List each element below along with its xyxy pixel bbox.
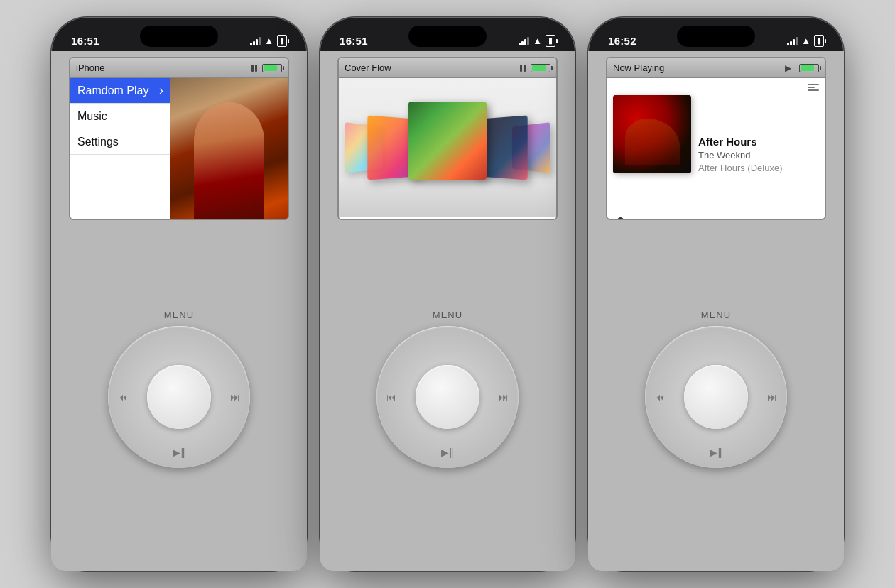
signal-icon-1 bbox=[250, 37, 261, 45]
menu-label-2: MENU bbox=[433, 310, 462, 320]
menu-list-1: Ramdom Play Music Settings bbox=[70, 78, 170, 220]
menu-label-1: MENU bbox=[164, 310, 194, 320]
np-artist: The Weeknd bbox=[698, 150, 782, 160]
menu-screen-1: Ramdom Play Music Settings bbox=[70, 78, 288, 220]
screen-header-3: Now Playing ▶ bbox=[607, 58, 825, 78]
taylor-art bbox=[170, 78, 288, 220]
wheel-play-3[interactable]: ▶‖ bbox=[710, 447, 722, 458]
np-progress: 0:03 -5:57 bbox=[613, 214, 819, 220]
header-battery-3: ▶ bbox=[785, 63, 819, 73]
wifi-icon-2: ▲ bbox=[533, 36, 542, 46]
wifi-icon-1: ▲ bbox=[264, 36, 273, 46]
screen-title-1: iPhone bbox=[76, 62, 104, 73]
progress-fill bbox=[613, 219, 617, 220]
click-wheel-3[interactable]: ⏮ ⏭ ▶‖ bbox=[645, 326, 787, 468]
nowplaying-screen: After Hours The Weeknd After Hours (Delu… bbox=[607, 78, 825, 220]
signal-icon-3 bbox=[787, 37, 798, 45]
click-wheel-2[interactable]: ⏮ ⏭ ▶‖ bbox=[376, 326, 519, 468]
status-time-3: 16:52 bbox=[608, 35, 636, 47]
click-wheel-1[interactable]: ⏮ ⏭ ▶‖ bbox=[108, 326, 250, 468]
ipod-body-1: iPhone bbox=[51, 51, 307, 571]
chevron-icon bbox=[159, 83, 163, 98]
screen-header-1: iPhone bbox=[70, 58, 288, 78]
iphone-2: 16:51 ▲ ▮ Cover Flow bbox=[320, 17, 575, 571]
status-icons-1: ▲ ▮ bbox=[250, 35, 287, 47]
phones-container: 16:51 ▲ ▮ iPhone bbox=[37, 3, 858, 585]
status-bar-2: 16:51 ▲ ▮ bbox=[320, 17, 575, 51]
screen-title-3: Now Playing bbox=[613, 62, 664, 73]
click-wheel-area-1: MENU ⏮ ⏭ ▶‖ bbox=[108, 220, 250, 557]
np-header bbox=[613, 84, 819, 91]
battery-icon-1: ▮ bbox=[277, 35, 287, 47]
np-track-title: After Hours bbox=[698, 136, 782, 148]
ipod-body-3: Now Playing ▶ bbox=[588, 51, 844, 571]
cf-reflection bbox=[339, 181, 556, 217]
menu-item-random-play[interactable]: Ramdom Play bbox=[70, 78, 170, 104]
screen-header-2: Cover Flow bbox=[339, 58, 556, 78]
center-button-3[interactable] bbox=[684, 365, 748, 429]
header-battery-2 bbox=[520, 64, 550, 72]
coverflow-stage bbox=[339, 78, 556, 217]
status-icons-3: ▲ ▮ bbox=[787, 35, 824, 47]
ipod-screen-3: Now Playing ▶ bbox=[606, 57, 826, 220]
status-time-2: 16:51 bbox=[340, 35, 368, 47]
ipod-screen-1: iPhone bbox=[69, 57, 289, 220]
wheel-play-2[interactable]: ▶‖ bbox=[441, 447, 454, 458]
album-art-1 bbox=[170, 78, 288, 220]
wheel-next-1[interactable]: ⏭ bbox=[230, 391, 240, 403]
menu-item-settings[interactable]: Settings bbox=[70, 129, 170, 155]
center-button-1[interactable] bbox=[147, 365, 211, 429]
wheel-next-2[interactable]: ⏭ bbox=[499, 391, 509, 403]
dynamic-island-3 bbox=[677, 26, 755, 47]
wheel-prev-3[interactable]: ⏮ bbox=[655, 391, 665, 403]
wheel-prev-2[interactable]: ⏮ bbox=[386, 391, 396, 403]
coverflow-album-label: All We Know Is Falling (Deluxe Version) bbox=[355, 217, 540, 220]
header-battery-bar bbox=[262, 64, 282, 72]
cf-album-center bbox=[408, 102, 487, 180]
status-bar-1: 16:51 ▲ ▮ bbox=[51, 17, 307, 51]
np-content: After Hours The Weeknd After Hours (Delu… bbox=[613, 95, 819, 214]
status-time-1: 16:51 bbox=[71, 35, 99, 47]
signal-icon-2 bbox=[519, 37, 529, 45]
status-icons-2: ▲ ▮ bbox=[519, 35, 555, 47]
header-battery-bar-2 bbox=[531, 64, 550, 72]
list-icon[interactable] bbox=[808, 84, 819, 91]
play-triangle-icon: ▶ bbox=[785, 63, 791, 73]
center-button-2[interactable] bbox=[416, 365, 479, 429]
iphone-3: 16:52 ▲ ▮ Now Playing bbox=[588, 17, 844, 571]
menu-item-music[interactable]: Music bbox=[70, 104, 170, 129]
dynamic-island-1 bbox=[140, 26, 218, 47]
click-wheel-area-3: MENU ⏮ ⏭ ▶‖ bbox=[645, 220, 787, 557]
progress-bar bbox=[613, 219, 819, 220]
header-battery-1 bbox=[251, 64, 282, 72]
header-battery-bar-3 bbox=[799, 64, 819, 72]
menu-label-3: MENU bbox=[701, 310, 731, 320]
screen-title-2: Cover Flow bbox=[345, 62, 391, 73]
dynamic-island-2 bbox=[408, 26, 487, 47]
ipod-body-2: Cover Flow bbox=[320, 51, 575, 571]
battery-icon-3: ▮ bbox=[814, 35, 824, 47]
coverflow-screen: All We Know Is Falling (Deluxe Version) bbox=[339, 78, 556, 220]
wheel-play-1[interactable]: ▶‖ bbox=[173, 447, 185, 458]
np-album: After Hours (Deluxe) bbox=[698, 163, 782, 173]
click-wheel-area-2: MENU ⏮ ⏭ ▶‖ bbox=[376, 220, 519, 557]
np-album-art bbox=[613, 95, 691, 173]
status-bar-3: 16:52 ▲ ▮ bbox=[588, 17, 844, 51]
iphone-1: 16:51 ▲ ▮ iPhone bbox=[51, 17, 307, 571]
ipod-screen-2: Cover Flow bbox=[337, 57, 558, 220]
wifi-icon-3: ▲ bbox=[801, 36, 810, 46]
np-info: After Hours The Weeknd After Hours (Delu… bbox=[698, 95, 782, 214]
progress-dot bbox=[617, 217, 624, 220]
wheel-prev-1[interactable]: ⏮ bbox=[118, 391, 128, 403]
wheel-next-3[interactable]: ⏭ bbox=[767, 391, 777, 403]
battery-icon-2: ▮ bbox=[546, 35, 555, 47]
